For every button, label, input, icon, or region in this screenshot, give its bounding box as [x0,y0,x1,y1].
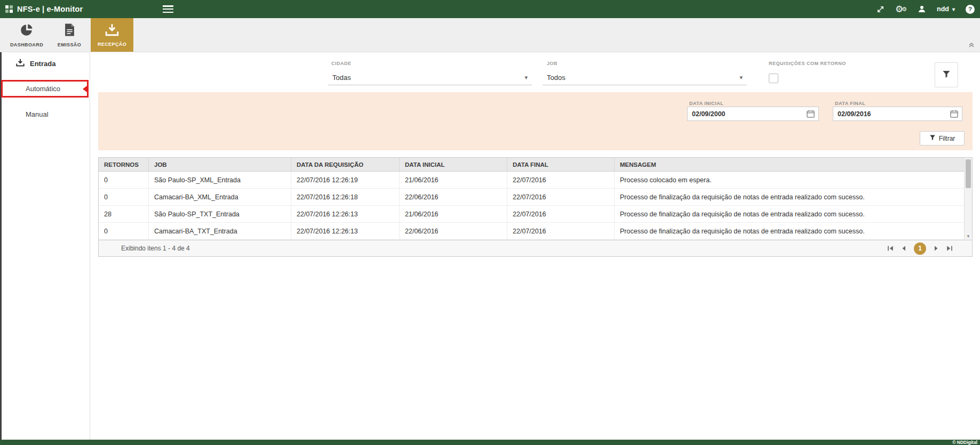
data-final-label: DATA FINAL [835,101,865,106]
copyright-text: © NDDigital [952,440,977,445]
module-ribbon: DASHBOARD EMISSÃO RECEPÇÃO [0,18,980,52]
data-final-input[interactable] [833,107,950,120]
chevron-down-icon: ▾ [524,74,528,81]
tab-emissao[interactable]: EMISSÃO [48,18,91,52]
filter-toggle-button[interactable] [935,62,958,87]
column-header[interactable]: MENSAGEM [615,158,964,171]
job-selected-value: Todos [547,74,565,82]
cell-mensagem: Processo colocado em espera. [615,172,964,188]
top-bar: NFS-e | e-Monitor ⚙⚙ ndd ▾ ? [0,0,980,18]
cell-mensagem: Processo de finalização da requisição de… [615,223,964,239]
cell-data-final: 22/07/2016 [507,189,615,205]
sidebar-item-entrada[interactable]: Entrada [0,54,90,72]
fullscreen-icon[interactable] [877,5,885,13]
column-header[interactable]: JOB [149,158,291,171]
column-header[interactable]: DATA FINAL [507,158,615,171]
cell-job: Camacari-BA_XML_Entrada [149,189,291,205]
tab-label: DASHBOARD [10,42,43,47]
tab-recepcao[interactable]: RECEPÇÃO [91,18,133,52]
scrollbar-thumb[interactable] [966,159,971,188]
chevron-down-icon: ▾ [952,6,955,12]
cell-mensagem: Processo de finalização da requisição de… [615,189,964,205]
table-row[interactable]: 0 Camacari-BA_XML_Entrada 22/07/2016 12:… [99,189,964,206]
main-content: CIDADE Todas ▾ JOB Todos ▾ REQUISIÇÕES C… [90,52,980,440]
first-page-icon[interactable] [887,245,894,252]
job-select[interactable]: Todos ▾ [543,70,747,85]
user-icon[interactable] [918,5,926,13]
sidebar-item-automatico[interactable]: Automático [0,80,90,98]
cell-data-final: 22/07/2016 [507,206,615,222]
cell-retornos: 0 [99,189,149,205]
funnel-icon [929,134,936,142]
hamburger-menu-icon[interactable] [163,5,173,13]
pagination-status: Exibindo itens 1 - 4 de 4 [121,245,190,252]
requisicoes-checkbox[interactable] [769,74,778,83]
cidade-select[interactable]: Todas ▾ [328,70,532,85]
requisicoes-label: REQUISIÇÕES COM RETORNO [769,61,846,66]
cell-data-requisicao: 22/07/2016 12:26:19 [291,172,400,188]
filtrar-button[interactable]: Filtrar [920,131,965,145]
sidebar-item-label: Entrada [30,60,55,68]
calendar-icon[interactable] [950,110,958,118]
data-final-field [833,107,962,121]
data-inicial-input[interactable] [688,107,807,120]
scroll-down-arrow-icon[interactable]: ▼ [965,234,972,239]
column-header[interactable]: DATA INICIAL [400,158,507,171]
document-icon [64,23,75,39]
cidade-label: CIDADE [331,61,352,66]
results-table: RETORNOS JOB DATA DA REQUISIÇÃO DATA INI… [98,157,973,257]
cell-job: São Paulo-SP_XML_Entrada [149,172,291,188]
date-filter-band: DATA INICIAL DATA FINAL [98,92,973,150]
cell-data-inicial: 21/06/2016 [400,172,507,188]
table-scrollbar[interactable]: ▼ [964,158,972,240]
table-footer: Exibindo itens 1 - 4 de 4 1 [99,240,972,256]
table-header-row: RETORNOS JOB DATA DA REQUISIÇÃO DATA INI… [99,158,964,172]
cell-data-inicial: 22/06/2016 [400,189,507,205]
cell-data-inicial: 22/06/2016 [400,223,507,239]
calendar-icon[interactable] [807,110,815,118]
column-header[interactable]: RETORNOS [99,158,149,171]
cidade-selected-value: Todas [332,74,351,82]
cell-mensagem: Processo de finalização da requisição de… [615,206,964,222]
dashboard-pie-icon [20,23,34,39]
tab-label: EMISSÃO [58,42,81,47]
next-page-icon[interactable] [933,245,939,252]
data-inicial-field [687,107,819,121]
table-row[interactable]: 28 São Paulo-SP_TXT_Entrada 22/07/2016 1… [99,206,964,223]
cell-data-requisicao: 22/07/2016 12:26:13 [291,206,400,222]
cell-data-requisicao: 22/07/2016 12:26:18 [291,189,400,205]
current-page-button[interactable]: 1 [914,242,926,255]
cell-data-inicial: 21/06/2016 [400,206,507,222]
cell-job: Camacari-BA_TXT_Entrada [149,223,291,239]
last-page-icon[interactable] [946,245,953,252]
funnel-icon [942,70,951,80]
filtrar-button-label: Filtrar [939,135,955,142]
column-header[interactable]: DATA DA REQUISIÇÃO [291,158,400,171]
table-row[interactable]: 0 São Paulo-SP_XML_Entrada 22/07/2016 12… [99,172,964,189]
cell-retornos: 0 [99,223,149,239]
data-inicial-label: DATA INICIAL [689,101,723,106]
help-icon[interactable]: ? [966,5,975,14]
sidebar-item-label: Automático [26,85,60,93]
sidebar: Entrada Automático Manual [0,52,90,440]
download-tray-icon [105,23,119,38]
cell-retornos: 0 [99,172,149,188]
sidebar-item-label: Manual [26,110,49,118]
settings-gears-icon[interactable]: ⚙⚙ [895,5,907,14]
table-row[interactable]: 0 Camacari-BA_TXT_Entrada 22/07/2016 12:… [99,223,964,240]
app-logo-icon [5,5,13,13]
collapse-ribbon-icon[interactable] [968,40,975,50]
user-dropdown[interactable]: ndd ▾ [937,5,955,13]
tab-dashboard[interactable]: DASHBOARD [5,18,48,52]
cell-data-requisicao: 22/07/2016 12:26:13 [291,223,400,239]
chevron-down-icon: ▾ [739,74,743,81]
sidebar-item-manual[interactable]: Manual [0,106,90,123]
bottom-bar: © NDDigital [0,440,980,445]
app-window: NFS-e | e-Monitor ⚙⚙ ndd ▾ ? DASHBOARD [0,0,980,445]
cell-job: São Paulo-SP_TXT_Entrada [149,206,291,222]
app-title: NFS-e | e-Monitor [17,5,83,13]
previous-page-icon[interactable] [901,245,907,252]
user-name: ndd [937,5,949,13]
cell-data-final: 22/07/2016 [507,172,615,188]
tab-label: RECEPÇÃO [98,42,126,47]
